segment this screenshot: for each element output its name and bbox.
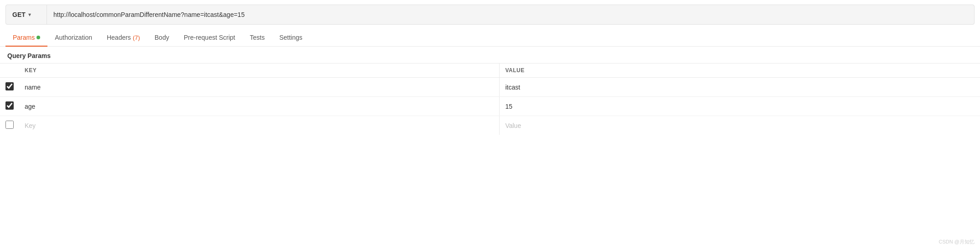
row1-value-cell: itcast	[500, 78, 980, 97]
tab-body[interactable]: Body	[147, 29, 177, 47]
tab-authorization[interactable]: Authorization	[47, 29, 99, 47]
row1-value: itcast	[505, 84, 520, 91]
tab-params[interactable]: Params	[5, 29, 47, 47]
row2-value: 15	[505, 103, 512, 110]
headers-badge: (7)	[133, 34, 140, 41]
row3-checkbox-cell	[0, 116, 19, 135]
row3-checkbox[interactable]	[5, 121, 14, 129]
table-row-empty: Key Value	[0, 116, 980, 135]
tab-params-label: Params	[13, 34, 35, 41]
row2-checkbox[interactable]	[5, 101, 14, 110]
row1-checkbox[interactable]	[5, 82, 14, 90]
tab-settings[interactable]: Settings	[272, 29, 310, 47]
row2-key: age	[25, 103, 35, 110]
tab-settings-label: Settings	[279, 34, 302, 41]
row2-value-cell: 15	[500, 97, 980, 116]
tab-pre-request-script[interactable]: Pre-request Script	[177, 29, 243, 47]
url-bar: GET ▾	[5, 5, 975, 25]
tabs-bar: Params Authorization Headers (7) Body Pr…	[0, 29, 980, 47]
row2-checkbox-cell	[0, 97, 19, 116]
row2-key-cell: age	[19, 97, 500, 116]
tab-tests[interactable]: Tests	[243, 29, 272, 47]
tab-pre-request-script-label: Pre-request Script	[184, 34, 235, 41]
row1-key-cell: name	[19, 78, 500, 97]
tab-authorization-label: Authorization	[55, 34, 92, 41]
tab-tests-label: Tests	[250, 34, 265, 41]
row3-value-cell: Value	[500, 116, 980, 135]
url-input[interactable]	[47, 11, 974, 18]
row3-value-placeholder: Value	[505, 122, 521, 129]
col-header-value: VALUE	[500, 64, 980, 78]
tab-headers[interactable]: Headers (7)	[99, 29, 147, 47]
params-dot-indicator	[36, 36, 40, 39]
tab-headers-label: Headers	[107, 34, 131, 41]
table-row: age 15	[0, 97, 980, 116]
method-label: GET	[12, 11, 26, 18]
chevron-down-icon: ▾	[28, 11, 31, 18]
tab-body-label: Body	[155, 34, 169, 41]
row1-key: name	[25, 84, 41, 91]
query-params-title: Query Params	[0, 47, 980, 63]
params-table: KEY VALUE name itcast age 15	[0, 63, 980, 135]
row3-key-cell: Key	[19, 116, 500, 135]
method-selector[interactable]: GET ▾	[6, 5, 47, 24]
row3-key-placeholder: Key	[25, 122, 36, 129]
row1-checkbox-cell	[0, 78, 19, 97]
table-row: name itcast	[0, 78, 980, 97]
col-header-key: KEY	[19, 64, 500, 78]
col-header-checkbox	[0, 64, 19, 78]
